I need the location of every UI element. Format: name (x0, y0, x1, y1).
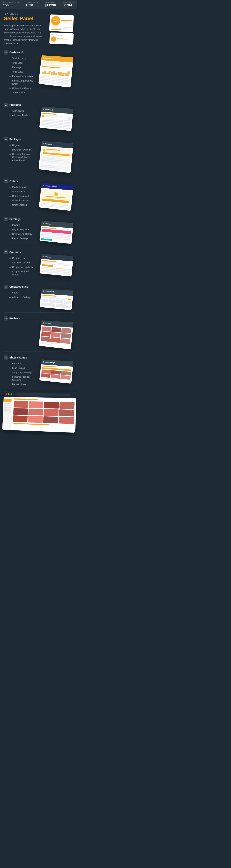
beauty-shop-badge: BeautyShop (51, 16, 61, 26)
uploaded-files-mockup: Uploaded Files (38, 291, 74, 310)
earnings-items: –Payouts –Payout Requests –Commission Hi… (4, 223, 36, 242)
dashboard-icon: ⊞ (4, 50, 8, 55)
uploaded-files-items: –Search –Advanced Sorting (4, 291, 36, 309)
dashboard-title: Dashboard (9, 51, 23, 54)
section-shop-settings: ⚙ Shop Settings –Basic Info –Logo Upload… (0, 352, 77, 390)
coupons-title: Coupons (9, 251, 21, 254)
list-item: –Order Placed (9, 190, 36, 194)
separator-6 (4, 281, 74, 281)
list-item: –Add New Product (9, 113, 36, 118)
reviews-icon: ⊡ (4, 316, 8, 320)
list-item: –Paid & Unpaid (9, 185, 36, 190)
section-coupons: ☰ Coupons –Coupons List –Add New Coupon … (0, 247, 77, 280)
packages-icon: ◎ (4, 137, 8, 141)
coupons-mockup: Coupons (38, 256, 74, 278)
earnings-title: Earnings (9, 218, 21, 221)
list-item: –All Products (9, 109, 36, 113)
stat-earnings-label: Earnings (45, 1, 54, 3)
products-title: Products (9, 103, 21, 106)
products-icon: ☰ (4, 103, 8, 107)
section-products: ☰ Products –All Products –Add New Produc… (0, 100, 77, 132)
list-item: –Shop Page Settings (9, 371, 36, 375)
products-mockup: All Products (38, 109, 74, 131)
separator-1 (4, 99, 74, 99)
separator-7 (4, 312, 74, 313)
list-item: –Sales Stat & Monthly Graph (9, 79, 36, 86)
shop-settings-icon: ⚙ (4, 355, 8, 360)
list-item: –Order Confirmed (9, 194, 36, 198)
list-item: –Coupon for Products (9, 265, 36, 270)
coupons-icon: ☰ (4, 250, 8, 254)
list-item: –Featured Product Selection (9, 375, 36, 382)
stat-sales-value: 50.3M (63, 3, 72, 7)
earnings-icon: ☰ (4, 217, 8, 221)
stat-earnings-value: $11996 (45, 3, 56, 7)
list-item: –Banner Upload (9, 382, 36, 387)
list-item: –Coupon for Total Orders (9, 270, 36, 277)
list-item: –Total Products (9, 56, 36, 61)
dashboard-items: –Total Products –Total Order –Earnings –… (4, 56, 36, 95)
earnings-mockup: Earnings (38, 223, 74, 244)
list-item: –Payouts (9, 223, 36, 227)
list-item: –Add New Coupon (9, 260, 36, 265)
list-item: –Unlimited Package Creating Option in Ad… (9, 152, 36, 163)
stat-orders-value: 1030 (26, 3, 33, 7)
list-item: –Coupons List (9, 256, 36, 260)
orders-mockup: Current Package 👑 (38, 185, 74, 211)
list-item: –Payout Requests (9, 227, 36, 232)
section-earnings: ☰ Earnings –Payouts –Payout Requests –Co… (0, 214, 77, 245)
orders-icon: ☰ (4, 179, 8, 183)
list-item: –Order Processed (9, 198, 36, 203)
reviews-title: Reviews (9, 317, 20, 320)
reviews-mockup: Reviews (38, 322, 74, 349)
section-uploaded-files: ☰ Uploaded Files –Search –Advanced Sorti… (0, 282, 77, 312)
bottom-mockup-area (0, 390, 77, 435)
hero-description: The Shop Multivendor Add-on's Seller Pan… (4, 24, 45, 45)
stat-orders-label: Total Order (26, 1, 38, 3)
bottom-large-mockup (2, 391, 76, 433)
separator-2 (4, 133, 74, 133)
stat-products-label: Total Products (3, 1, 19, 3)
coupons-items: –Coupons List –Add New Coupon –Coupon fo… (4, 256, 36, 277)
uploaded-files-title: Uploaded Files (9, 285, 28, 288)
stat-sales-label: Total Sales (63, 1, 74, 3)
section-orders: ☰ Orders –Paid & Unpaid –Order Placed –O… (0, 176, 77, 212)
packages-items: –Upgrade –Package Payments –Unlimited Pa… (4, 143, 36, 172)
stat-products-value: 156 (3, 3, 9, 7)
section-packages: ◎ Packages –Upgrade –Package Payments –U… (0, 134, 77, 174)
section-reviews: ⊡ Reviews Reviews (0, 313, 77, 351)
stat-products: Total Products 156 (3, 1, 19, 7)
separator-4 (4, 213, 74, 213)
products-items: –All Products –Add New Product (4, 109, 36, 129)
list-item: –Search (9, 291, 36, 295)
list-item: –Total Order (9, 61, 36, 65)
list-item: –Commission History (9, 232, 36, 237)
list-item: –Basic Info (9, 362, 36, 366)
stat-sales: Total Sales 50.3M (63, 1, 74, 7)
list-item: –Package Payments (9, 148, 36, 152)
separator-5 (4, 246, 74, 246)
separator-8 (4, 351, 74, 352)
list-item: –Order Shipped (9, 203, 36, 208)
list-item: –Logo Upload (9, 366, 36, 371)
stat-orders: Total Order 1030 (26, 1, 38, 7)
hero-section: Features of Seller Panel The Shop Multiv… (0, 9, 77, 48)
crown-badge: 👑 (51, 36, 56, 42)
stats-bar: Total Products 156 Total Order 1030 Earn… (0, 0, 77, 9)
shop-settings-items: –Basic Info –Logo Upload –Shop Page Sett… (4, 362, 36, 387)
packages-title: Packages (9, 138, 22, 141)
dashboard-title-row: ⊞ Dashboard (4, 50, 74, 55)
packages-mockup: Packages 👑 (38, 143, 74, 173)
list-item: –Orders At a Glance (9, 86, 36, 91)
orders-title: Orders (9, 180, 18, 183)
hero-subtitle: Features of (4, 13, 47, 15)
list-item: –Earnings (9, 65, 36, 70)
stat-earnings: Earnings $11996 (45, 1, 56, 7)
hero-title: Seller Panel (4, 16, 47, 22)
list-item: –Upgrade (9, 143, 36, 148)
payout-settings-item: –Payout Settings (9, 236, 36, 241)
list-item: –Total Sales (9, 70, 36, 74)
orders-items: –Paid & Unpaid –Order Placed –Order Conf… (4, 185, 36, 209)
shop-settings-mockup: Shop Settings (38, 362, 74, 389)
shop-settings-title: Shop Settings (9, 356, 27, 359)
